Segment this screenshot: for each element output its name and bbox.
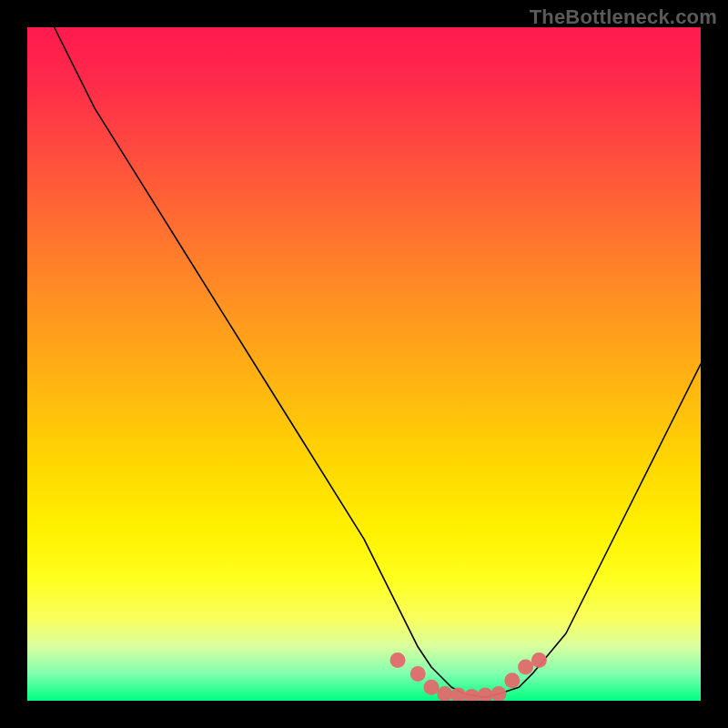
svg-point-8 bbox=[504, 672, 520, 688]
svg-point-1 bbox=[410, 666, 426, 682]
svg-point-3 bbox=[437, 686, 452, 701]
plot-area bbox=[27, 27, 701, 701]
svg-point-2 bbox=[424, 680, 440, 695]
svg-point-7 bbox=[491, 686, 507, 701]
svg-point-6 bbox=[478, 688, 493, 701]
svg-point-10 bbox=[531, 652, 547, 668]
svg-point-0 bbox=[390, 652, 406, 668]
watermark-text: TheBottleneck.com bbox=[530, 5, 717, 29]
svg-point-4 bbox=[450, 688, 466, 701]
svg-point-5 bbox=[464, 689, 480, 701]
svg-point-9 bbox=[518, 660, 533, 675]
minimum-markers bbox=[27, 27, 701, 701]
